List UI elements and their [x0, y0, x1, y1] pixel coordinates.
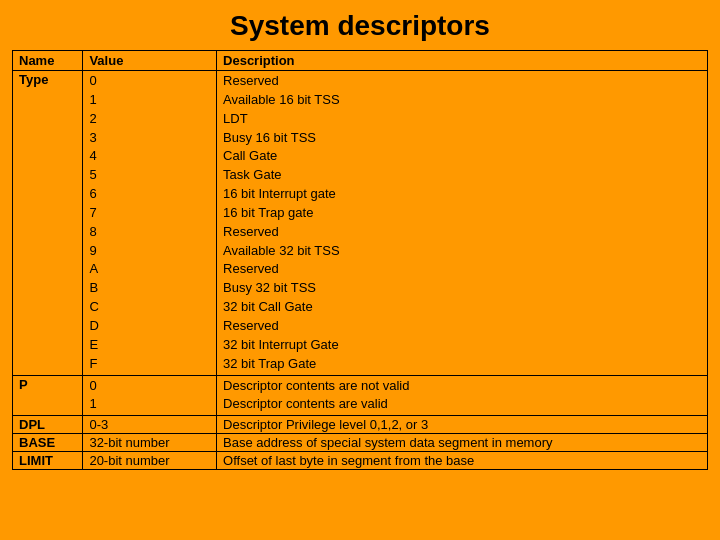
- cell-name: Type: [13, 71, 83, 376]
- table-row: Type 0123456789ABCDEF Reserved Available…: [13, 71, 708, 376]
- table-row: BASE 32-bit number Base address of speci…: [13, 434, 708, 452]
- cell-name: LIMIT: [13, 452, 83, 470]
- cell-description: Descriptor Privilege level 0,1,2, or 3: [217, 416, 708, 434]
- cell-value: 0123456789ABCDEF: [83, 71, 217, 376]
- cell-description: Offset of last byte in segment from the …: [217, 452, 708, 470]
- cell-value: 32-bit number: [83, 434, 217, 452]
- cell-value: 20-bit number: [83, 452, 217, 470]
- page-title: System descriptors: [0, 0, 720, 50]
- table-row: DPL 0-3 Descriptor Privilege level 0,1,2…: [13, 416, 708, 434]
- table-header-row: Name Value Description: [13, 51, 708, 71]
- cell-value: 01: [83, 375, 217, 416]
- descriptors-table: Name Value Description Type 0123456789AB…: [12, 50, 708, 470]
- cell-name: P: [13, 375, 83, 416]
- col-value: Value: [83, 51, 217, 71]
- cell-name: DPL: [13, 416, 83, 434]
- table-row: LIMIT 20-bit number Offset of last byte …: [13, 452, 708, 470]
- cell-description: Reserved Available 16 bit TSS LDT Busy 1…: [217, 71, 708, 376]
- col-description: Description: [217, 51, 708, 71]
- cell-description: Descriptor contents are not valid Descri…: [217, 375, 708, 416]
- cell-description: Base address of special system data segm…: [217, 434, 708, 452]
- cell-value: 0-3: [83, 416, 217, 434]
- cell-name: BASE: [13, 434, 83, 452]
- table-row: P 01 Descriptor contents are not valid D…: [13, 375, 708, 416]
- col-name: Name: [13, 51, 83, 71]
